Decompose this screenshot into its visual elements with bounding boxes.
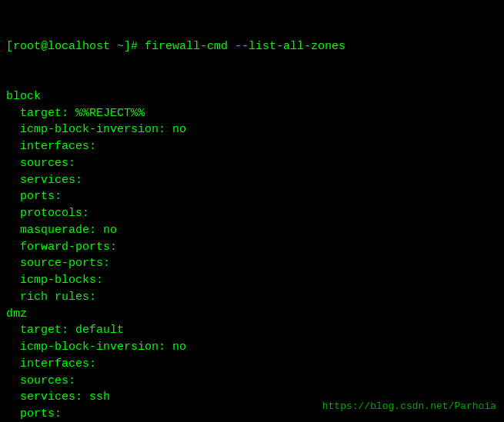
terminal-line: interfaces: [6, 138, 498, 155]
terminal-line: source-ports: [6, 255, 498, 272]
terminal-line: target: %%REJECT%% [6, 105, 498, 122]
terminal-window: [root@localhost ~]# firewall-cmd --list-… [6, 5, 498, 422]
terminal-line: forward-ports: [6, 239, 498, 256]
terminal-line: sources: [6, 373, 498, 390]
terminal-line: masquerade: no [6, 222, 498, 239]
terminal-line: protocols: [6, 205, 498, 222]
terminal-lines: block target: %%REJECT%% icmp-block-inve… [6, 88, 498, 422]
terminal-line: icmp-block-inversion: no [6, 121, 498, 138]
terminal-line: target: default [6, 322, 498, 339]
terminal-line: interfaces: [6, 356, 498, 373]
terminal-output: [root@localhost ~]# firewall-cmd --list-… [6, 5, 498, 88]
terminal-line: services: [6, 172, 498, 189]
terminal-line: ports: [6, 188, 498, 205]
prompt-line: [root@localhost ~]# firewall-cmd --list-… [6, 38, 498, 55]
terminal-line: block [6, 88, 498, 105]
terminal-line: rich rules: [6, 289, 498, 306]
terminal-line: dmz [6, 306, 498, 323]
watermark: https://blog.csdn.net/Parhoia [322, 400, 496, 414]
terminal-line: sources: [6, 155, 498, 172]
terminal-line: icmp-blocks: [6, 272, 498, 289]
terminal-line: icmp-block-inversion: no [6, 339, 498, 356]
